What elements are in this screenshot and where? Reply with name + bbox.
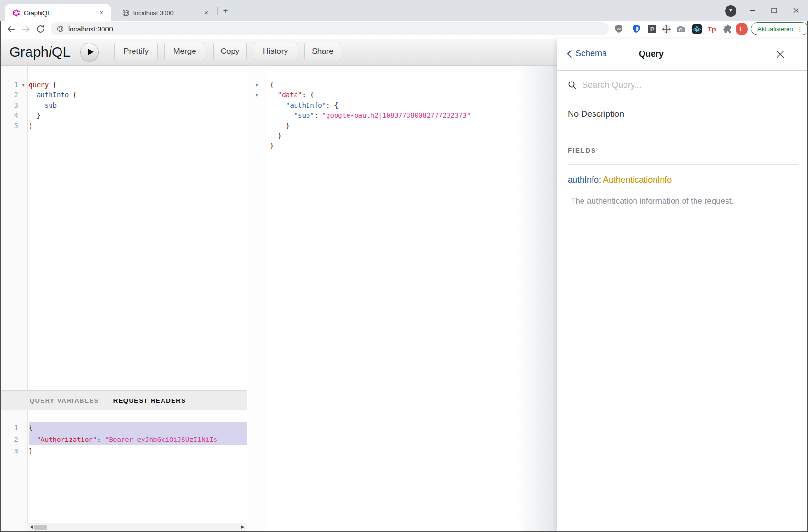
code-line[interactable]: 3 sub <box>0 101 247 111</box>
search-icon <box>568 81 577 90</box>
code-line[interactable]: } <box>248 121 557 131</box>
p-extension-icon[interactable]: P <box>647 24 657 34</box>
graphiql-logo: GraphiQL <box>10 39 71 65</box>
query-editor[interactable]: 1▾query {2 authInfo {3 sub4 }5} <box>0 66 247 390</box>
tab-query-variables[interactable]: QUERY VARIABLES <box>30 397 99 404</box>
line-number: 1 <box>0 422 18 434</box>
horizontal-scrollbar[interactable]: ◀ ▶ <box>27 523 247 531</box>
window-maximize-button[interactable] <box>767 3 782 18</box>
doc-fields-heading: FIELDS <box>568 147 596 154</box>
fold-arrow-icon[interactable]: ▾ <box>18 80 29 90</box>
fold-gutter <box>248 101 266 111</box>
doc-field-type-link[interactable]: AuthenticationInfo <box>603 175 672 184</box>
execute-query-button[interactable] <box>80 43 99 61</box>
tab-close-icon[interactable]: × <box>97 9 106 17</box>
line-number: 1 <box>0 80 18 90</box>
merge-button[interactable]: Merge <box>164 43 205 60</box>
line-number: 5 <box>0 121 18 131</box>
doc-field-name-link[interactable]: authInfo <box>568 175 599 184</box>
globe-icon <box>57 25 64 32</box>
scrollbar-thumb[interactable] <box>34 525 47 530</box>
request-headers-editor[interactable]: 1{2 "Authorization": "Bearer eyJhbGciOiJ… <box>0 410 247 531</box>
forward-icon[interactable] <box>20 23 31 35</box>
react-devtools-extension-icon[interactable] <box>692 24 702 34</box>
reload-icon[interactable] <box>35 23 46 35</box>
fold-gutter <box>18 90 29 100</box>
code-text: } <box>266 141 557 151</box>
window-close-button[interactable] <box>788 3 804 18</box>
results-pane[interactable]: ▾{▾ "data": { "authInfo": { "sub": "goog… <box>248 66 557 531</box>
new-tab-button[interactable]: + <box>220 6 231 17</box>
camera-extension-icon[interactable] <box>675 24 686 34</box>
tab-title: GraphiQL <box>24 10 97 17</box>
code-line[interactable]: "authInfo": { <box>248 101 557 111</box>
window-minimize-button[interactable] <box>745 3 760 18</box>
code-line[interactable]: 2 "Authorization": "Bearer eyJhbGciOiJSU… <box>0 434 247 446</box>
code-line[interactable]: ▾{ <box>248 80 557 90</box>
code-text: "data": { <box>266 90 557 100</box>
svg-text:P: P <box>650 26 655 33</box>
code-line[interactable]: } <box>248 131 557 141</box>
doc-search-input[interactable] <box>582 80 787 90</box>
fold-gutter <box>18 101 29 111</box>
code-line[interactable]: 1▾query { <box>0 80 247 90</box>
kebab-menu-icon[interactable]: ⋮ <box>795 25 805 33</box>
code-line[interactable]: ▾ "data": { <box>248 90 557 100</box>
tab-search-icon[interactable]: ▼ <box>725 5 736 17</box>
code-text: } <box>29 111 247 121</box>
browser-tab-localhost[interactable]: localhost:3000 × <box>114 4 215 21</box>
code-line[interactable]: 3} <box>0 445 247 457</box>
code-line[interactable]: "sub": "google-oauth2|108377380082777232… <box>248 111 557 121</box>
scroll-right-icon[interactable]: ▶ <box>239 523 246 531</box>
chevron-left-icon <box>567 50 572 58</box>
code-text: query { <box>29 80 247 90</box>
code-line[interactable]: 2 authInfo { <box>0 90 247 100</box>
svg-text:Tp: Tp <box>707 25 716 33</box>
doc-explorer-header: Schema Query <box>557 39 808 71</box>
fold-gutter <box>18 445 29 457</box>
extensions-puzzle-icon[interactable] <box>723 24 733 34</box>
fold-gutter <box>18 422 29 434</box>
fold-arrow-icon[interactable]: ▾ <box>248 80 266 90</box>
code-text: authInfo { <box>29 90 247 100</box>
address-bar[interactable]: localhost:3000 <box>51 22 609 35</box>
line-number: 3 <box>0 101 18 111</box>
doc-field-row: authInfo: AuthenticationInfo <box>568 175 672 185</box>
doc-search-box[interactable] <box>568 71 798 100</box>
back-icon[interactable] <box>6 23 17 35</box>
code-line[interactable]: 5} <box>0 121 247 131</box>
tab-request-headers[interactable]: REQUEST HEADERS <box>113 397 186 404</box>
code-text: { <box>29 422 247 434</box>
code-line[interactable]: 1{ <box>0 422 247 434</box>
code-text: "sub": "google-oauth2|108377380082777232… <box>266 111 557 121</box>
bitwarden-extension-icon[interactable] <box>631 24 642 34</box>
profile-avatar[interactable]: L <box>736 23 748 35</box>
line-number: 3 <box>0 445 18 457</box>
browser-window: GraphiQL × localhost:3000 × + ▼ <box>0 0 808 532</box>
fold-gutter <box>248 111 266 121</box>
doc-field-separator: : <box>599 175 601 184</box>
line-number: 2 <box>0 434 18 446</box>
fold-gutter <box>248 121 266 131</box>
share-button[interactable]: Share <box>304 43 341 60</box>
copy-button[interactable]: Copy <box>213 43 247 60</box>
ublock-extension-icon[interactable]: UO <box>614 24 624 34</box>
fold-gutter <box>18 111 29 121</box>
address-url: localhost:3000 <box>68 25 113 33</box>
fold-gutter <box>248 131 266 141</box>
fold-arrow-icon[interactable]: ▾ <box>248 90 266 100</box>
move-crosshair-extension-icon[interactable] <box>661 24 672 34</box>
prettify-button[interactable]: Prettify <box>114 43 158 60</box>
history-button[interactable]: History <box>254 43 297 60</box>
tab-separator <box>217 7 218 15</box>
scroll-left-icon[interactable]: ◀ <box>28 523 35 531</box>
doc-close-icon[interactable] <box>776 50 785 59</box>
code-line[interactable]: 4 } <box>0 111 247 121</box>
code-line[interactable]: } <box>248 141 557 151</box>
tp-extension-icon[interactable]: Tp <box>706 24 717 34</box>
update-button[interactable]: Aktualisieren ⋮ <box>751 22 808 35</box>
tab-close-icon[interactable]: × <box>202 9 211 17</box>
doc-back-button[interactable]: Schema <box>567 49 607 59</box>
browser-tab-graphiql[interactable]: GraphiQL × <box>5 4 111 21</box>
fold-gutter <box>18 434 29 446</box>
